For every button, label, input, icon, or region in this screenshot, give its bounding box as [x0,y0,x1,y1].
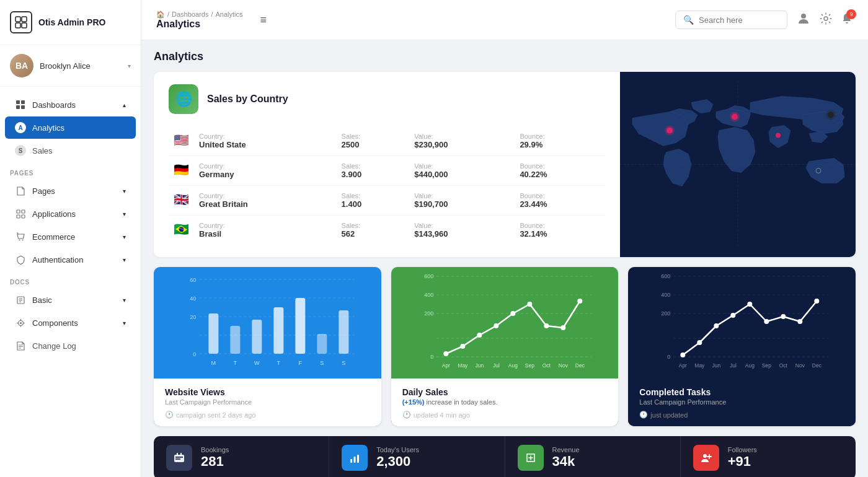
pages-section-label: PAGES [0,162,141,179]
svg-text:400: 400 [662,292,671,298]
svg-point-99 [698,340,702,345]
breadcrumb-analytics: Analytics [215,11,242,18]
svg-rect-123 [357,455,359,463]
stat-followers-label: Followers [728,446,757,453]
website-views-card: 60 40 20 0 M T [154,267,381,426]
stat-bookings-label: Bookings [201,446,229,453]
completed-tasks-subtitle: Last Campaign Performance [639,398,844,406]
svg-text:400: 400 [424,292,433,298]
sidebar: Otis Admin PRO BA Brooklyn Alice ▾ Dashb… [0,0,141,477]
sidebar-item-basic[interactable]: Basic ▾ [5,289,136,311]
user-avatar-icon[interactable] [796,11,811,29]
dashboards-icon [15,99,26,110]
svg-rect-53 [317,334,327,354]
today-users-icon [342,445,368,471]
app-name: Otis Admin PRO [38,17,105,27]
svg-text:40: 40 [190,295,196,302]
svg-point-72 [460,344,465,349]
breadcrumb: 🏠 / Dashboards / Analytics [156,11,242,19]
svg-text:Jun: Jun [712,362,721,369]
svg-point-73 [477,333,482,338]
sidebar-item-applications[interactable]: Applications ▾ [5,203,136,225]
svg-text:Aug: Aug [508,362,517,369]
completed-tasks-info: Completed Tasks Last Campaign Performanc… [628,379,856,426]
svg-point-124 [703,454,707,458]
sidebar-label-applications: Applications [32,209,76,219]
page-header: Analytics [154,50,856,63]
svg-rect-52 [295,298,305,354]
svg-point-76 [527,302,532,307]
svg-text:T: T [277,360,281,366]
svg-text:Jul: Jul [730,362,737,369]
sales-badge: S [15,145,26,156]
stat-revenue-info: Revenue 34k [552,446,580,470]
changelog-icon [15,340,26,351]
world-map [620,72,856,257]
svg-text:Apr: Apr [679,362,687,369]
website-views-title: Website Views [165,387,370,397]
svg-point-34 [826,110,836,120]
clock-icon: 🕐 [165,411,174,419]
stat-followers: Followers +91 [681,436,856,477]
user-profile[interactable]: BA Brooklyn Alice ▾ [0,45,141,87]
svg-point-32 [730,112,740,122]
daily-sales-meta: 🕐 updated 4 min ago [402,411,608,419]
completed-tasks-title: Completed Tasks [639,387,844,397]
stat-bookings-info: Bookings 281 [201,446,229,470]
svg-text:May: May [458,362,468,369]
sidebar-label-dashboards: Dashboards [32,100,76,110]
sidebar-item-analytics[interactable]: A Analytics [5,116,136,139]
settings-icon[interactable] [820,12,832,28]
svg-rect-6 [16,105,20,109]
svg-point-35 [776,133,781,138]
sidebar-item-dashboards[interactable]: Dashboards ▴ [5,94,136,116]
stat-revenue-value: 34k [552,453,580,470]
basic-chevron-icon: ▾ [123,297,126,304]
svg-text:Apr: Apr [441,362,450,369]
svg-rect-10 [17,215,20,218]
svg-text:Jun: Jun [475,362,484,369]
svg-point-12 [19,239,20,240]
table-row: 🇧🇷 Country: Brasil Sales: 562 Value: $14… [169,216,605,245]
table-row: 🇬🇧 Country: Great Britain Sales: 1.400 V… [169,186,605,216]
svg-rect-121 [350,459,352,463]
svg-text:M: M [211,360,216,366]
ecommerce-icon [15,231,26,242]
search-icon: 🔍 [683,15,694,25]
sidebar-item-pages[interactable]: Pages ▾ [5,180,136,202]
breadcrumb-sep2: / [211,11,213,18]
table-row: 🇩🇪 Country: Germany Sales: 3.900 Value: … [169,156,605,186]
applications-icon [15,208,26,219]
svg-text:Aug: Aug [745,362,755,369]
svg-rect-117 [175,457,183,458]
basic-icon [15,294,26,305]
sales-table-section: 🌐 Sales by Country 🇺🇸 Country: United St… [154,72,620,257]
hamburger-icon[interactable]: ≡ [260,14,267,27]
svg-rect-0 [16,17,20,22]
components-chevron-icon: ▾ [123,320,126,326]
svg-text:Dec: Dec [575,362,585,369]
ecommerce-chevron-icon: ▾ [123,234,126,240]
search-input[interactable] [699,15,779,25]
svg-text:S: S [320,360,324,366]
pages-chevron-icon: ▾ [123,188,126,195]
svg-text:Nov: Nov [795,362,805,369]
sidebar-item-authentication[interactable]: Authentication ▾ [5,248,136,271]
svg-point-103 [764,319,769,324]
sidebar-item-ecommerce[interactable]: Ecommerce ▾ [5,225,136,248]
svg-text:F: F [299,360,303,366]
sidebar-item-components[interactable]: Components ▾ [5,312,136,334]
svg-point-30 [665,126,675,136]
daily-sales-info: Daily Sales (+15%) increase in today sal… [391,379,619,426]
stat-revenue-label: Revenue [552,446,580,453]
search-box: 🔍 [675,11,787,29]
sidebar-label-authentication: Authentication [32,255,83,265]
completed-tasks-chart: 600 400 200 0 [628,267,856,379]
stat-today-users: Today's Users 2,300 [329,436,505,477]
sidebar-item-sales[interactable]: S Sales [5,139,136,162]
breadcrumb-sep1: / [167,11,169,18]
main-content: 🏠 / Dashboards / Analytics Analytics ≡ 🔍 [141,0,868,477]
breadcrumb-dashboards[interactable]: Dashboards [172,11,208,18]
sidebar-item-changelog[interactable]: Change Log [5,335,136,357]
pages-icon [15,185,26,196]
